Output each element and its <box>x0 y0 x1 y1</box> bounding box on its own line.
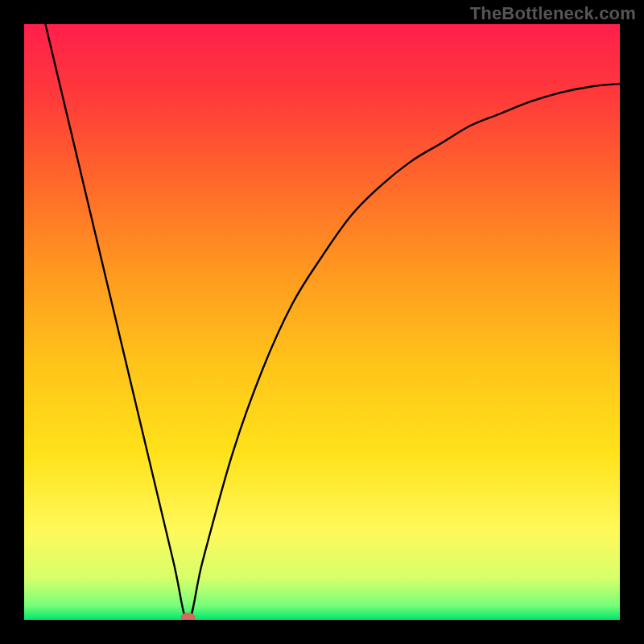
chart-background <box>24 24 620 620</box>
chart-svg <box>24 24 620 620</box>
watermark-text: TheBottleneck.com <box>470 3 636 24</box>
chart-frame: TheBottleneck.com <box>0 0 644 644</box>
chart-plot-area <box>24 24 620 620</box>
